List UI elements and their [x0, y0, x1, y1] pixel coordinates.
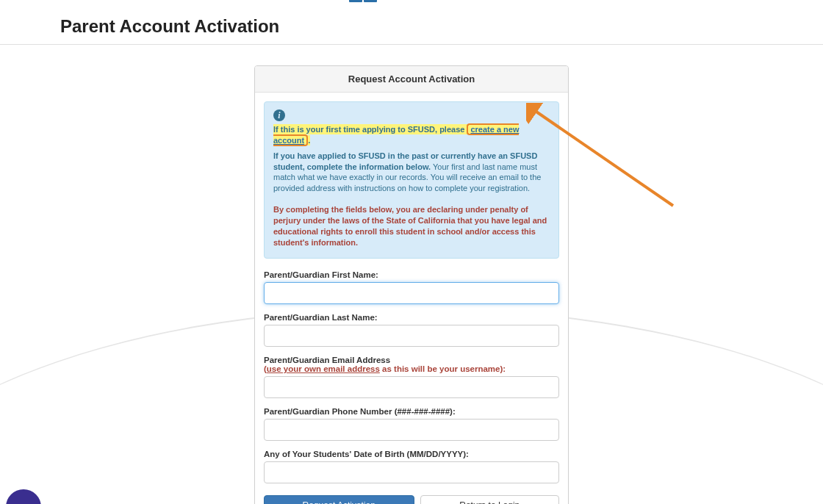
- last-name-label: Parent/Guardian Last Name:: [264, 313, 559, 322]
- page-title: Parent Account Activation: [0, 3, 823, 45]
- return-to-login-button[interactable]: Return to Login: [420, 495, 560, 504]
- first-name-input[interactable]: [264, 282, 559, 304]
- last-name-input[interactable]: [264, 325, 559, 347]
- info-box: i If this is your first time applying to…: [264, 101, 559, 259]
- dob-input[interactable]: [264, 461, 559, 483]
- first-name-label: Parent/Guardian First Name:: [264, 270, 559, 279]
- phone-input[interactable]: [264, 419, 559, 441]
- activation-card: Request Account Activation i If this is …: [254, 65, 569, 504]
- book-icon: [349, 0, 380, 4]
- dob-label: Any of Your Students' Date of Birth (MM/…: [264, 450, 559, 458]
- floating-action-icon[interactable]: [6, 489, 41, 504]
- phone-label: Parent/Guardian Phone Number (###-###-##…: [264, 407, 559, 416]
- info-icon: i: [273, 109, 285, 121]
- info-perjury-line: By completing the fields below, you are …: [273, 204, 550, 248]
- card-header: Request Account Activation: [255, 66, 568, 93]
- request-activation-button[interactable]: Request Activation: [264, 495, 414, 504]
- email-input[interactable]: [264, 376, 559, 398]
- info-returning-line: If you have applied to SFUSD in the past…: [273, 151, 550, 194]
- header-logo-area: [0, 0, 823, 3]
- email-label: Parent/Guardian Email Address (use your …: [264, 356, 559, 373]
- info-first-time-line: If this is your first time applying to S…: [273, 124, 519, 145]
